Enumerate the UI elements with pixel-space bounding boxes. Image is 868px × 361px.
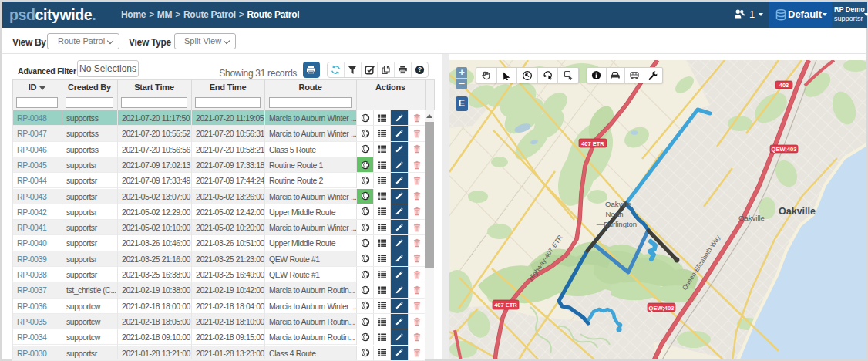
- svg-text:—Burlington: —Burlington: [597, 220, 637, 228]
- svg-text:QEW;403: QEW;403: [772, 146, 797, 153]
- svg-text:QEW;403: QEW;403: [649, 305, 675, 312]
- svg-text:403: 403: [779, 82, 789, 89]
- svg-text:407 ETR: 407 ETR: [581, 140, 604, 147]
- svg-text:407 ETR: 407 ETR: [494, 302, 517, 309]
- svg-text:North: North: [605, 210, 623, 218]
- svg-text:Oakville: Oakville: [605, 200, 631, 208]
- svg-text:Oakville: Oakville: [779, 206, 816, 217]
- svg-text:Oakville: Oakville: [738, 214, 765, 222]
- svg-text:?: ?: [418, 66, 422, 73]
